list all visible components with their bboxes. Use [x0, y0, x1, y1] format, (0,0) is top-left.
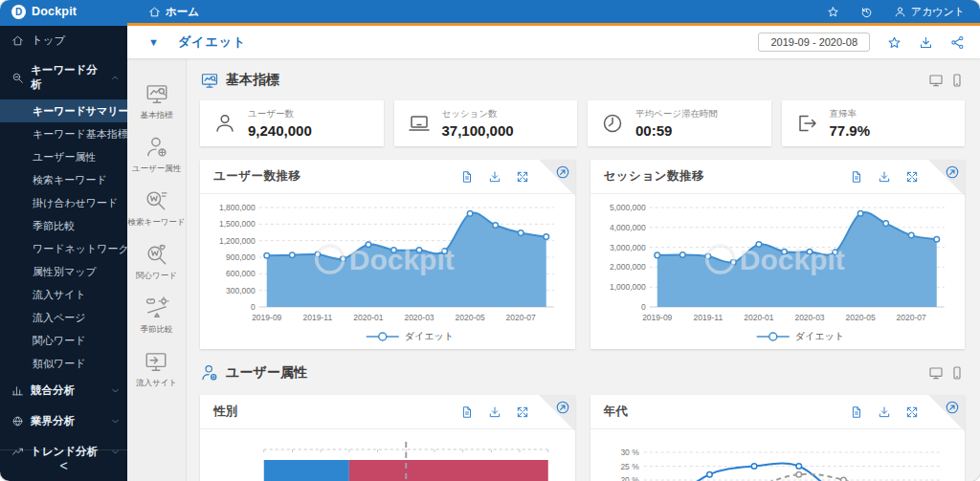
report-icon[interactable] — [850, 170, 863, 184]
seesaw-icon — [143, 295, 171, 320]
account-label: アカウント — [911, 5, 965, 19]
corner-help-icon[interactable] — [555, 400, 570, 415]
nav-home[interactable]: ホーム — [148, 5, 199, 19]
rail-item-interest-words[interactable]: 関心ワード — [136, 242, 177, 282]
corner-help-icon[interactable] — [555, 164, 570, 180]
sidebar-item-combined-words[interactable]: 掛け合わせワード — [0, 191, 127, 214]
corner-help-icon[interactable] — [945, 400, 960, 415]
rail-label: 関心ワード — [136, 271, 177, 282]
kpi-label: セッション数 — [442, 108, 514, 120]
clock-icon — [601, 112, 624, 135]
bar-chart-icon — [11, 384, 24, 397]
kpi-label: 直帰率 — [830, 108, 871, 120]
download-icon[interactable] — [488, 170, 501, 184]
dockpit-logo-icon: D — [11, 5, 26, 19]
svg-text:20 %: 20 % — [620, 475, 639, 481]
svg-text:2019-11: 2019-11 — [693, 313, 723, 322]
svg-text:1,200,000: 1,200,000 — [219, 236, 256, 246]
sidebar-item-keyword-summary[interactable]: キーワードサマリー — [0, 99, 127, 122]
keyword-selector[interactable]: ダイエット — [178, 33, 247, 51]
chart-title: ユーザー数推移 — [213, 168, 301, 185]
share-icon[interactable] — [950, 35, 965, 50]
topbar: D Dockpit ホーム アカウント — [0, 0, 980, 23]
rail-item-season-compare[interactable]: 季節比較 — [141, 295, 173, 336]
sidebar-item-user-attributes[interactable]: ユーザー属性 — [0, 145, 127, 168]
sidebar-item-similar-words[interactable]: 類似ワード — [0, 352, 127, 375]
account-menu[interactable]: アカウント — [894, 5, 965, 19]
svg-text:Dockpit: Dockpit — [349, 244, 455, 275]
history-icon[interactable] — [860, 6, 873, 18]
download-icon[interactable] — [488, 405, 501, 419]
sidebar-collapse-button[interactable]: < — [0, 449, 127, 481]
sidebar-item-inflow-sites[interactable]: 流入サイト — [0, 283, 127, 306]
rail-item-search-keywords[interactable]: 検索キーワード — [127, 188, 185, 229]
section-rail: 基本指標 ユーザー属性 検索キーワード 関心ワード — [127, 58, 187, 481]
rail-item-basic-metrics[interactable]: 基本指標 — [141, 81, 173, 121]
home-icon — [11, 34, 24, 47]
device-desktop-icon[interactable] — [928, 365, 944, 381]
device-mobile-icon[interactable] — [949, 365, 965, 381]
sessions-trend-chart: 01,000,0002,000,0003,000,0004,000,0005,0… — [600, 200, 956, 345]
sidebar-item-word-network[interactable]: ワードネットワーク — [0, 237, 127, 260]
sidebar: トップ キーワード分析 キーワードサマリー キーワード基本指標 ユーザー属性 検… — [0, 26, 127, 481]
sidebar-section-competitor-analysis[interactable]: 競合分析 — [0, 375, 127, 405]
svg-text:2,000,000: 2,000,000 — [609, 262, 645, 272]
sidebar-item-keyword-basic[interactable]: キーワード基本指標 — [0, 122, 127, 145]
svg-text:2020-05: 2020-05 — [845, 313, 875, 322]
search-w-icon — [142, 188, 170, 213]
expand-icon[interactable] — [516, 405, 529, 419]
sidebar-section-label: キーワード分析 — [31, 63, 104, 92]
sidebar-item-attribute-map[interactable]: 属性別マップ — [0, 260, 127, 283]
sidebar-item-top[interactable]: トップ — [0, 26, 127, 55]
svg-text:2020-03: 2020-03 — [794, 313, 824, 322]
svg-text:30 %: 30 % — [620, 448, 639, 457]
rail-item-user-attributes[interactable]: ユーザー属性 — [132, 135, 181, 175]
date-range-picker[interactable]: 2019-09 - 2020-08 — [758, 33, 870, 52]
svg-text:2019-11: 2019-11 — [303, 313, 333, 322]
sidebar-item-search-keywords[interactable]: 検索キーワード — [0, 168, 127, 191]
download-icon[interactable] — [919, 35, 933, 50]
kpi-card-sessions: セッション数 37,100,000 — [394, 100, 578, 146]
expand-icon[interactable] — [905, 170, 919, 184]
content-area: 基本指標 ユーザー数 9,240,000 — [187, 58, 980, 481]
svg-text:3,000,000: 3,000,000 — [609, 243, 645, 252]
download-icon[interactable] — [878, 170, 891, 184]
svg-text:2020-05: 2020-05 — [456, 313, 485, 322]
chevron-down-icon — [111, 386, 120, 395]
download-icon[interactable] — [878, 405, 891, 419]
report-icon[interactable] — [460, 170, 474, 184]
star-icon[interactable] — [887, 35, 902, 50]
search-heart-icon — [143, 242, 171, 267]
gender-chart — [210, 435, 566, 481]
rail-label: 基本指標 — [141, 110, 173, 121]
caret-down-icon[interactable]: ▼ — [148, 36, 159, 48]
device-mobile-icon[interactable] — [949, 73, 965, 88]
users-trend-chart: 0300,000600,000900,0001,200,0001,500,000… — [210, 200, 566, 345]
corner-help-icon[interactable] — [945, 164, 960, 180]
sidebar-item-interest-words[interactable]: 関心ワード — [0, 329, 127, 352]
chart-card-age: 年代 30 %25 %20 %15 %10 %5 %0 % — [590, 395, 966, 481]
sidebar-item-inflow-pages[interactable]: 流入ページ — [0, 306, 127, 329]
device-desktop-icon[interactable] — [928, 73, 944, 88]
kpi-card-users: ユーザー数 9,240,000 — [200, 100, 384, 146]
sidebar-section-industry-analysis[interactable]: 業界分析 — [0, 405, 127, 436]
app-window: D Dockpit ホーム アカウント トップ — [0, 0, 980, 481]
sidebar-item-season-compare[interactable]: 季節比較 — [0, 214, 127, 237]
kpi-card-bounce-rate: 直帰率 77.9% — [782, 100, 966, 146]
kpi-label: ユーザー数 — [248, 108, 312, 120]
chart-card-gender: 性別 — [200, 395, 575, 481]
svg-text:5,000,000: 5,000,000 — [609, 203, 645, 212]
favorites-star-icon[interactable] — [827, 6, 839, 18]
rail-label: 検索キーワード — [127, 217, 185, 229]
report-icon[interactable] — [850, 405, 863, 419]
person-icon — [213, 112, 236, 135]
sidebar-section-keyword-analysis[interactable]: キーワード分析 — [0, 55, 127, 99]
app-logo[interactable]: D Dockpit — [0, 5, 127, 19]
rail-item-inflow-sites[interactable]: 流入サイト — [136, 349, 177, 389]
expand-icon[interactable] — [905, 405, 919, 419]
globe-icon — [11, 415, 24, 427]
expand-icon[interactable] — [516, 170, 529, 184]
kpi-row: ユーザー数 9,240,000 セッション数 37,100,000 平均ページ滞… — [200, 100, 965, 146]
report-icon[interactable] — [460, 405, 474, 419]
chart-title: 性別 — [213, 404, 238, 420]
